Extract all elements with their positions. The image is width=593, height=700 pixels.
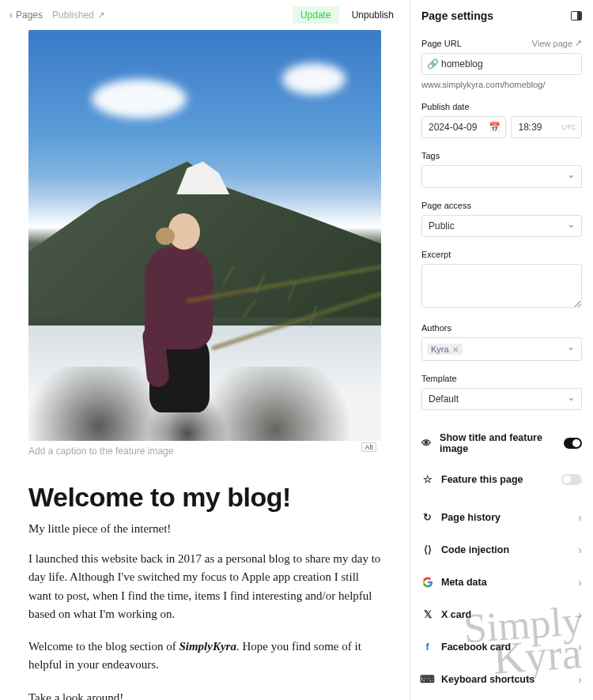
alt-text-button[interactable]: Alt — [361, 442, 376, 452]
post-paragraph-3[interactable]: Take a look around! — [28, 689, 381, 701]
feature-image[interactable] — [28, 30, 381, 441]
para2-emphasis: SimplyKyra — [179, 640, 236, 653]
chevron-right-icon: › — [578, 575, 582, 589]
excerpt-label: Excerpt — [421, 250, 451, 259]
timezone-label: UTC — [562, 123, 577, 131]
chevron-left-icon: ‹ — [9, 9, 13, 21]
chevron-right-icon: › — [578, 608, 582, 621]
code-icon: ⟨⟩ — [421, 544, 433, 555]
back-label: Pages — [16, 9, 43, 21]
keyboard-icon: ⌨ — [421, 673, 433, 685]
unpublish-button[interactable]: Unpublish — [346, 6, 400, 24]
sidebar-title: Page settings — [421, 9, 493, 22]
publish-status[interactable]: Published ↗ — [52, 9, 105, 21]
template-select[interactable]: Default — [421, 388, 582, 410]
facebook-card-row[interactable]: f Facebook card › — [410, 630, 593, 663]
page-url-input[interactable] — [421, 53, 582, 75]
feature-page-toggle[interactable] — [561, 474, 582, 485]
page-access-select[interactable]: Public — [421, 215, 582, 237]
history-icon: ↻ — [421, 511, 433, 523]
authors-label: Authors — [421, 323, 451, 333]
chevron-right-icon: › — [578, 640, 582, 653]
chevron-right-icon: › — [578, 672, 582, 686]
authors-select[interactable]: Kyra ✕ — [421, 337, 582, 361]
link-icon: 🔗 — [427, 58, 439, 70]
publish-date-label: Publish date — [421, 102, 470, 111]
template-label: Template — [421, 374, 457, 383]
author-chip[interactable]: Kyra ✕ — [427, 344, 463, 355]
facebook-icon: f — [421, 642, 433, 653]
keyboard-shortcuts-label: Keyboard shortcuts — [441, 674, 534, 685]
feature-page-label: Feature this page — [441, 474, 523, 485]
x-card-label: X card — [441, 609, 471, 620]
chevron-right-icon: › — [578, 510, 582, 524]
feature-caption-input[interactable]: Add a caption to the feature image — [28, 446, 381, 457]
tags-select[interactable] — [421, 165, 582, 188]
post-paragraph-2[interactable]: Welcome to the blog section of SimplyKyr… — [28, 638, 381, 675]
para2-pre: Welcome to the blog section of — [28, 640, 179, 653]
facebook-card-label: Facebook card — [441, 642, 511, 653]
star-icon: ☆ — [421, 473, 433, 485]
external-link-icon: ↗ — [575, 38, 582, 48]
external-link-icon: ↗ — [97, 9, 105, 21]
post-subtitle[interactable]: My little piece of the internet! — [28, 522, 381, 536]
show-title-toggle[interactable] — [564, 438, 582, 449]
remove-author-icon[interactable]: ✕ — [452, 345, 459, 354]
feature-page-toggle-row[interactable]: ☆ Feature this page — [410, 464, 593, 495]
excerpt-textarea[interactable] — [421, 264, 582, 308]
tags-label: Tags — [421, 151, 440, 160]
status-text: Published — [52, 9, 94, 21]
panel-toggle-icon[interactable] — [571, 11, 582, 21]
page-history-row[interactable]: ↻ Page history › — [410, 501, 593, 533]
page-title[interactable]: Welcome to my blog! — [28, 482, 381, 513]
author-chip-label: Kyra — [431, 344, 449, 354]
post-paragraph-1[interactable]: I launched this website back in 2017 as … — [28, 550, 381, 623]
page-history-label: Page history — [441, 512, 500, 523]
x-icon: 𝕏 — [421, 608, 433, 620]
page-access-label: Page access — [421, 201, 471, 210]
show-title-toggle-row[interactable]: 👁 Show title and feature image — [410, 423, 593, 464]
code-injection-label: Code injection — [441, 544, 509, 555]
keyboard-shortcuts-row[interactable]: ⌨ Keyboard shortcuts › — [410, 663, 593, 695]
meta-data-row[interactable]: Meta data › — [410, 566, 593, 598]
url-preview: www.simplykyra.com/homeblog/ — [421, 80, 582, 89]
code-injection-row[interactable]: ⟨⟩ Code injection › — [410, 533, 593, 566]
show-title-label: Show title and feature image — [440, 432, 556, 454]
google-icon — [421, 577, 433, 588]
chevron-right-icon: › — [578, 543, 582, 556]
x-card-row[interactable]: 𝕏 X card › — [410, 598, 593, 630]
meta-data-label: Meta data — [441, 577, 487, 588]
calendar-icon: 📅 — [489, 122, 500, 133]
url-label: Page URL — [421, 39, 462, 48]
eye-icon: 👁 — [421, 438, 432, 449]
view-page-link[interactable]: View page ↗ — [532, 38, 582, 48]
back-to-pages[interactable]: ‹ Pages — [9, 9, 43, 21]
update-button[interactable]: Update — [293, 6, 339, 24]
